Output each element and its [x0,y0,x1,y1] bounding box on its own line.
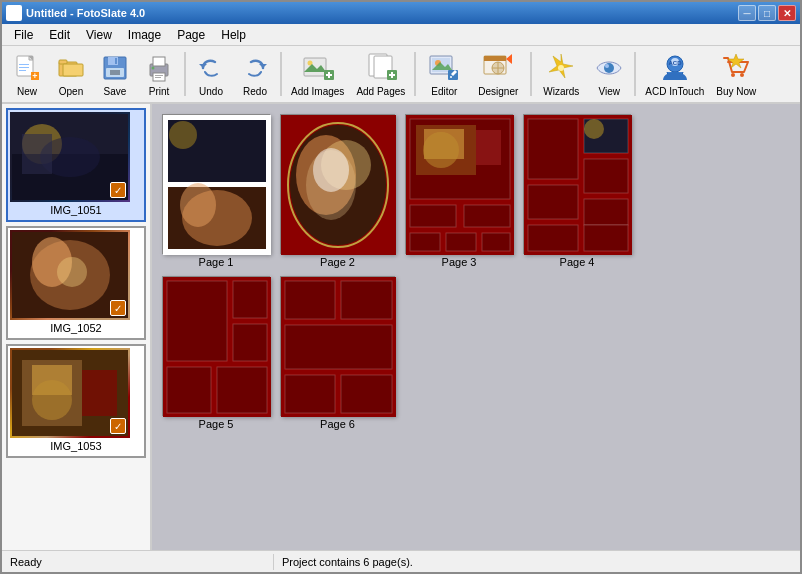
svg-point-67 [32,380,72,420]
menu-file[interactable]: File [6,26,41,44]
page-label: Page 2 [320,256,355,268]
title-bar: Untitled - FotoSlate 4.0 ─ □ ✕ [2,2,800,24]
svg-rect-112 [285,325,392,369]
editor-label: Editor [431,86,457,97]
menu-image[interactable]: Image [120,26,169,44]
page-thumbnail[interactable] [280,114,395,254]
separator-4 [530,52,532,96]
svg-rect-90 [464,205,510,227]
svg-rect-110 [285,281,335,319]
svg-rect-108 [217,367,267,413]
designer-label: Designer [478,86,518,97]
designer-icon [482,52,514,84]
svg-point-87 [423,132,459,168]
svg-rect-4 [19,70,26,71]
menu-edit[interactable]: Edit [41,26,78,44]
svg-point-20 [152,66,155,69]
thumbnail-image: ✓ [10,348,130,438]
thumbnail-image: ✓ [10,112,130,202]
svg-rect-16 [153,57,165,66]
page-thumbnail[interactable] [523,114,631,254]
svg-rect-104 [167,281,227,361]
svg-rect-8 [59,60,67,64]
svg-rect-68 [82,370,117,416]
close-button[interactable]: ✕ [778,5,796,21]
page-thumbnail[interactable] [280,276,395,416]
new-button[interactable]: + New [6,48,48,100]
open-button[interactable]: Open [50,48,92,100]
status-bar: Ready Project contains 6 page(s). [2,550,800,572]
svg-rect-88 [476,130,501,165]
add-images-icon [302,52,334,84]
designer-button[interactable]: Designer [470,48,526,100]
svg-point-63 [57,257,87,287]
pages-row-1: Page 1 [162,114,790,268]
new-label: New [17,86,37,97]
svg-point-75 [180,183,216,227]
thumbnail-item[interactable]: ✓ IMG_1052 [6,226,146,340]
selection-checkmark: ✓ [110,182,126,198]
svg-rect-107 [167,367,211,413]
svg-rect-19 [155,77,161,78]
svg-text:ACD: ACD [668,60,682,66]
minimize-button[interactable]: ─ [738,5,756,21]
view-button[interactable]: View [588,48,630,100]
toolbar: + New Open [2,46,800,104]
wizards-label: Wizards [543,86,579,97]
svg-rect-3 [19,67,29,68]
svg-rect-114 [341,375,392,413]
svg-rect-101 [528,225,578,251]
svg-rect-102 [584,225,628,251]
svg-point-48 [605,64,609,68]
separator-3 [414,52,416,96]
thumbnail-item[interactable]: ✓ IMG_1051 [6,108,146,222]
status-divider [273,554,274,570]
page-container: Page 6 [280,276,395,430]
page-label: Page 4 [560,256,595,268]
menu-view[interactable]: View [78,26,120,44]
page-label: Page 1 [199,256,234,268]
maximize-button[interactable]: □ [758,5,776,21]
page-thumbnail[interactable] [405,114,513,254]
selection-checkmark: ✓ [110,418,126,434]
redo-label: Redo [243,86,267,97]
view-icon [593,52,625,84]
svg-point-52 [731,73,735,77]
page-thumbnail[interactable] [162,276,270,416]
save-button[interactable]: Save [94,48,136,100]
wizards-icon [545,52,577,84]
status-pages: Project contains 6 page(s). [282,556,792,568]
editor-button[interactable]: Editor [420,48,468,100]
buy-now-icon [720,52,752,84]
redo-button[interactable]: Redo [234,48,276,100]
print-button[interactable]: Print [138,48,180,100]
status-ready: Ready [10,556,265,568]
svg-rect-92 [446,233,476,251]
thumbnail-label: IMG_1052 [10,320,142,336]
wizards-button[interactable]: Wizards [536,48,586,100]
menu-page[interactable]: Page [169,26,213,44]
svg-marker-22 [259,64,267,68]
redo-icon [239,52,271,84]
page-container: Page 5 [162,276,270,430]
acd-intouch-label: ACD InTouch [645,86,704,97]
svg-point-46 [558,65,564,71]
svg-marker-45 [506,54,512,64]
thumbnail-item[interactable]: ✓ IMG_1053 [6,344,146,458]
save-icon [99,52,131,84]
separator-1 [184,52,186,96]
page-container: Page 1 [162,114,270,268]
canvas-area[interactable]: Page 1 [152,104,800,550]
menu-help[interactable]: Help [213,26,254,44]
add-images-button[interactable]: Add Images [286,48,349,100]
page-thumbnail[interactable] [162,114,270,254]
window-title: Untitled - FotoSlate 4.0 [26,7,738,19]
svg-rect-100 [584,199,628,225]
add-pages-button[interactable]: Add Pages [351,48,410,100]
acd-intouch-button[interactable]: ACD ACD InTouch [640,48,709,100]
undo-button[interactable]: Undo [190,48,232,100]
svg-rect-113 [285,375,335,413]
print-label: Print [149,86,170,97]
buy-now-button[interactable]: Buy Now [711,48,761,100]
acd-icon: ACD [659,52,691,84]
